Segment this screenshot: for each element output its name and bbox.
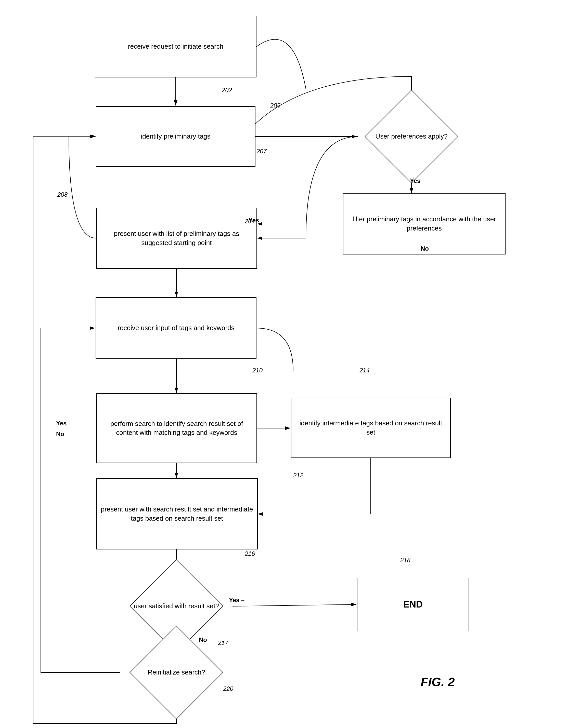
box-present-results: present user with search result set and … <box>96 478 258 549</box>
ref-208: 208 <box>57 191 68 198</box>
ref-214: 214 <box>360 367 370 374</box>
ref-218: 218 <box>400 557 411 564</box>
ref-212: 212 <box>293 472 304 479</box>
ref-205: 205 <box>270 102 280 109</box>
svg-line-12 <box>232 604 357 606</box>
flowchart-diagram: receive request to initiate search ident… <box>0 0 568 728</box>
diamond-reinitialize: Reinitialize search? <box>118 639 235 706</box>
arrow-label-no-preferences: No <box>421 245 429 252</box>
arrow-label-no-reinit: No <box>56 430 64 438</box>
box-present-preliminary-tags: present user with list of preliminary ta… <box>96 208 257 269</box>
figure-label: FIG. 2 <box>421 675 455 689</box>
ref-217: 217 <box>218 639 228 646</box>
box-identify-preliminary-tags: identify preliminary tags <box>96 106 255 167</box>
arrow-label-yes-preferences: Yes <box>410 177 420 184</box>
ref-220: 220 <box>223 685 233 692</box>
box-receive-request: receive request to initiate search <box>95 16 256 77</box>
ref-210: 210 <box>252 367 262 374</box>
ref-216: 216 <box>245 550 255 557</box>
box-perform-search: perform search to identify search result… <box>96 393 257 463</box>
arrow-label-yes-reinit: Yes <box>56 420 66 427</box>
box-receive-user-input: receive user input of tags and keywords <box>96 297 256 359</box>
box-identify-intermediate-tags: identify intermediate tags based on sear… <box>291 398 451 458</box>
box-end: END <box>357 578 469 631</box>
arrow-label-yes-filter: Yes <box>248 217 259 224</box>
diamond-user-preferences: User preferences apply? <box>356 103 468 170</box>
ref-202: 202 <box>222 87 232 94</box>
arrow-label-yes-satisfied: Yes→ <box>229 597 245 604</box>
arrow-label-no-satisfied: No <box>199 636 207 643</box>
ref-207: 207 <box>256 148 267 155</box>
arrows-svg <box>0 0 568 728</box>
